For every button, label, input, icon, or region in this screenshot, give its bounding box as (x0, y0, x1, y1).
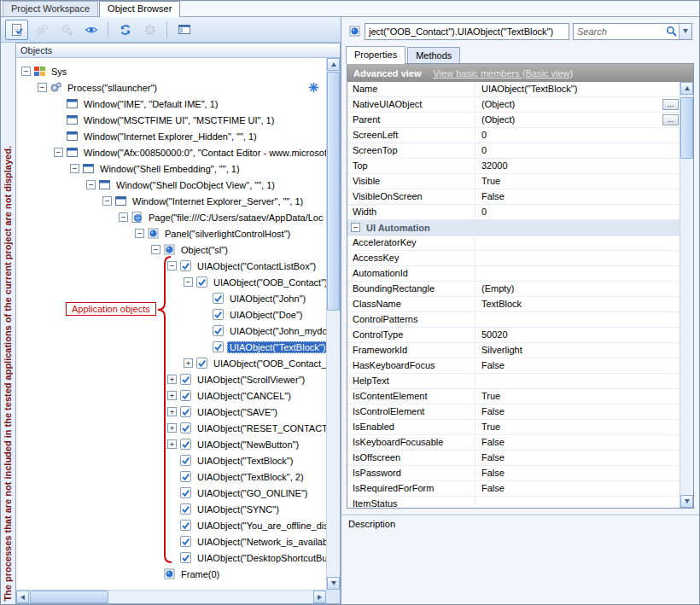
tree-item[interactable]: +UIAObject("SAVE") (16, 404, 326, 420)
ellipsis-button[interactable]: ... (662, 114, 679, 125)
tree-item[interactable]: UIAObject("You_are_offline_dis (16, 517, 326, 533)
property-row[interactable]: Parent(Object)... (347, 113, 680, 128)
highlight-object-button[interactable] (79, 20, 102, 40)
property-row[interactable]: ItemStatus (347, 497, 680, 508)
tree-item[interactable]: −Page("file:///C:/Users/sataev/AppData/L… (16, 209, 326, 225)
refresh-button[interactable] (114, 20, 137, 40)
tree-item[interactable]: −Panel("silverlightControlHost") (16, 225, 326, 241)
tab-properties[interactable]: Properties (346, 46, 405, 64)
collapse-icon[interactable]: − (54, 148, 63, 157)
tree-item[interactable]: −UIAObject("OOB_Contact") (16, 274, 326, 290)
expand-icon[interactable]: + (167, 407, 177, 416)
expand-icon[interactable]: + (184, 358, 193, 368)
tree-item[interactable]: −Object("sl") (16, 241, 326, 258)
property-row[interactable]: HasKeyboardFocusFalse (347, 358, 680, 374)
collapse-icon[interactable]: − (167, 261, 177, 271)
expand-icon[interactable]: + (167, 391, 177, 400)
checked-objects-button[interactable] (5, 20, 28, 40)
tree-item[interactable]: −Window("Internet Explorer_Server", "", … (16, 193, 326, 209)
collapse-icon[interactable]: − (119, 212, 128, 222)
search-dropdown-button[interactable] (679, 24, 691, 39)
property-row[interactable]: IsPasswordFalse (347, 466, 680, 481)
scroll-thumb[interactable] (30, 590, 108, 603)
scroll-down-button[interactable] (680, 495, 693, 508)
property-row[interactable]: ScreenTop0 (347, 143, 680, 159)
tree-item[interactable]: UIAObject("TextBlock") (16, 339, 326, 355)
property-row[interactable]: ControlPatterns (347, 312, 680, 328)
scroll-thumb[interactable] (680, 97, 693, 159)
tree-item[interactable]: −Window("Shell Embedding", "", 1) (16, 160, 326, 177)
collapse-icon[interactable]: − (86, 180, 96, 189)
tree-item[interactable]: +UIAObject("OOB_Contact_1 (16, 355, 326, 371)
tree-item[interactable]: UIAObject("Network_is_availab (16, 533, 326, 550)
tree-item[interactable]: Window("Internet Explorer_Hidden", "", 1… (16, 128, 326, 144)
property-row[interactable]: NativeUIAObject(Object)... (347, 97, 680, 113)
property-row[interactable]: IsEnabledTrue (347, 420, 680, 435)
tree-item[interactable]: UIAObject("TextBlock") (16, 452, 326, 468)
tree-item[interactable]: −Process("sllauncher") (16, 79, 326, 96)
tree-item[interactable]: UIAObject("TextBlock", 2) (16, 468, 326, 485)
property-row[interactable]: NameUIAObject("TextBlock") (347, 82, 680, 97)
tree-item[interactable]: Window("IME", "Default IME", 1) (16, 96, 326, 112)
tree-item[interactable]: −Window("Shell DocObject View", "", 1) (16, 177, 326, 193)
tree-item[interactable]: UIAObject("DesktopShortcutBu (16, 550, 326, 566)
scroll-right-button[interactable] (313, 590, 326, 603)
scroll-down-button[interactable] (327, 577, 340, 590)
expand-icon[interactable]: + (167, 439, 177, 449)
collapse-icon[interactable]: − (21, 67, 31, 76)
property-row[interactable]: IsKeyboardFocusableFalse (347, 435, 680, 451)
tree-item[interactable]: UIAObject("SYNC") (16, 501, 326, 517)
tree-item[interactable]: +UIAObject("NewButton") (16, 436, 326, 452)
expand-icon[interactable]: + (167, 423, 177, 433)
property-row[interactable]: ClassNameTextBlock (347, 297, 680, 312)
property-row[interactable]: BoundingRectangle(Empty) (347, 282, 680, 297)
tree-item[interactable]: UIAObject("John") (16, 290, 326, 306)
tree-vertical-scrollbar[interactable] (326, 58, 340, 590)
scroll-up-button[interactable] (680, 82, 693, 95)
property-row[interactable]: AccessKey (347, 251, 680, 266)
tree-item[interactable]: −Sys (16, 63, 326, 79)
collapse-icon[interactable]: − (38, 83, 47, 92)
expand-icon[interactable]: + (167, 375, 177, 384)
panels-button[interactable] (172, 20, 195, 40)
property-row[interactable]: Width0 (347, 205, 680, 220)
collapse-icon[interactable]: − (151, 245, 160, 254)
property-row[interactable]: IsOffscreenFalse (347, 451, 680, 466)
property-row[interactable]: ScreenLeft0 (347, 128, 680, 143)
grid-vertical-scrollbar[interactable] (680, 82, 693, 508)
property-row[interactable]: VisibleOnScreenFalse (347, 189, 680, 205)
collapse-icon[interactable]: − (102, 196, 112, 206)
object-path-field[interactable]: ject("OOB_Contact").UIAObject("TextBlock… (365, 23, 569, 40)
search-input[interactable] (574, 26, 664, 37)
tree-item[interactable]: Window("MSCTFIME UI", "MSCTFIME UI", 1) (16, 112, 326, 128)
property-category-row[interactable]: −UI Automation (347, 220, 680, 236)
ellipsis-button[interactable]: ... (662, 99, 679, 110)
property-row[interactable]: AcceleratorKey (347, 236, 680, 251)
collapse-icon[interactable]: − (135, 229, 144, 238)
search-icon[interactable] (664, 26, 679, 37)
tree-item[interactable]: −Window("Afx:00850000:0", "Contact Edito… (16, 144, 326, 160)
basic-view-link[interactable]: View basic members (Basic view) (433, 68, 573, 79)
tree-item[interactable]: UIAObject("GO_ONLINE") (16, 485, 326, 501)
scroll-up-button[interactable] (327, 58, 340, 71)
tab-methods[interactable]: Methods (407, 47, 460, 63)
tab-project-workspace[interactable]: Project Workspace (3, 1, 98, 16)
tree-item[interactable]: Frame(0) (16, 566, 326, 582)
property-row[interactable]: IsRequiredForFormFalse (347, 481, 680, 497)
property-row[interactable]: Top32000 (347, 159, 680, 174)
tab-object-browser[interactable]: Object Browser (99, 1, 180, 17)
scroll-thumb[interactable] (327, 72, 340, 311)
property-row[interactable]: HelpText (347, 374, 680, 389)
scroll-left-button[interactable] (16, 590, 29, 603)
property-row[interactable]: IsContentElementTrue (347, 389, 680, 404)
tree-item[interactable]: UIAObject("John_mydo (16, 323, 326, 339)
collapse-icon[interactable]: − (184, 277, 193, 287)
property-row[interactable]: VisibleTrue (347, 174, 680, 189)
collapse-icon[interactable]: − (70, 164, 79, 173)
tree-item[interactable]: UIAObject("Doe") (16, 306, 326, 323)
tree-item[interactable]: −UIAObject("ContactListBox") (16, 258, 326, 274)
property-row[interactable]: FrameworkIdSilverlight (347, 343, 680, 358)
tree-item[interactable]: +UIAObject("RESET_CONTACTS" (16, 420, 326, 436)
collapse-icon[interactable]: − (351, 223, 360, 232)
property-row[interactable]: AutomationId (347, 266, 680, 282)
